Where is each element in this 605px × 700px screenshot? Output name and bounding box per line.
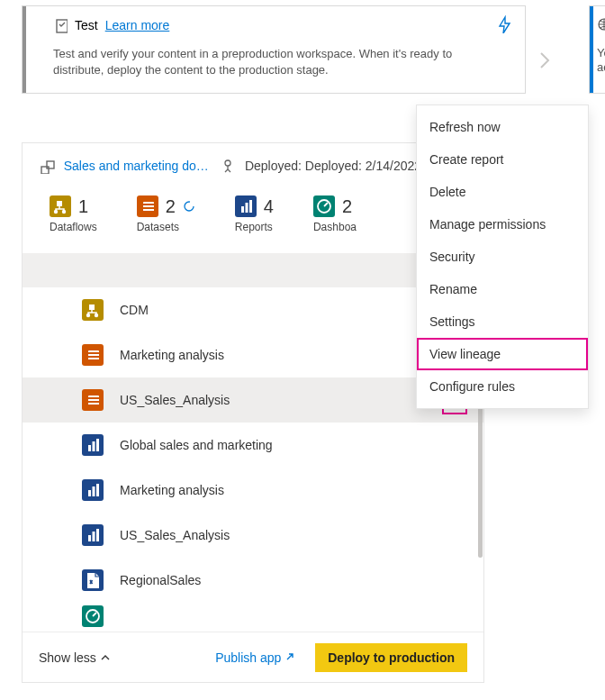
- workspace-card: Sales and marketing doc... Deployed: Dep…: [22, 142, 484, 683]
- flash-icon[interactable]: [496, 15, 512, 37]
- list-header-band: [23, 253, 483, 287]
- dataflow-icon: [50, 195, 71, 217]
- learn-more-link[interactable]: Learn more: [105, 18, 170, 32]
- stat-count: 1: [78, 196, 88, 217]
- stats-row: 1 Dataflows 2 Datasets 4 Reports 2 Da: [23, 174, 483, 241]
- list-item[interactable]: CDM: [23, 287, 483, 332]
- report-icon: [82, 524, 104, 546]
- excel-icon: [82, 569, 104, 591]
- panel-accent: [590, 6, 593, 93]
- list-item[interactable]: US_Sales_Analysis: [23, 513, 483, 558]
- context-menu: Refresh now Create report Delete Manage …: [416, 105, 589, 409]
- item-name: RegionalSales: [120, 573, 201, 587]
- item-name: Marketing analysis: [120, 483, 224, 497]
- banner-accent: [23, 6, 26, 93]
- menu-create-report[interactable]: Create report: [417, 143, 588, 176]
- dataset-icon: [137, 195, 158, 217]
- list-item[interactable]: Marketing analysis: [23, 468, 483, 513]
- stat-label: Datasets: [137, 221, 195, 233]
- test-icon: [53, 17, 68, 33]
- menu-configure-rules[interactable]: Configure rules: [417, 370, 588, 403]
- item-name: CDM: [120, 303, 149, 317]
- dashboard-icon: [313, 195, 335, 217]
- stat-dataflows[interactable]: 1 Dataflows: [50, 195, 97, 233]
- next-stage-panel: Yo ac: [589, 5, 605, 94]
- globe-icon: [597, 17, 605, 34]
- dataset-icon: [82, 344, 104, 366]
- stat-label: Dashboa: [313, 221, 357, 233]
- svg-point-13: [185, 202, 194, 211]
- artifact-list: CDM Marketing analysis US_Sales_Analysis…: [23, 287, 483, 630]
- publish-app-link[interactable]: Publish app: [215, 650, 295, 665]
- report-icon: [235, 195, 257, 217]
- card-footer: Show less Publish app Deploy to producti…: [23, 632, 483, 682]
- publish-label: Publish app: [215, 650, 281, 665]
- list-item[interactable]: [23, 603, 483, 630]
- menu-rename[interactable]: Rename: [417, 273, 588, 305]
- stat-count: 4: [264, 196, 274, 217]
- stat-label: Reports: [235, 221, 274, 233]
- list-item[interactable]: RegionalSales: [23, 558, 483, 603]
- panel-text-1: Yo: [597, 46, 605, 59]
- dataflow-icon: [82, 299, 104, 321]
- dashboard-icon: [82, 605, 104, 627]
- show-less-toggle[interactable]: Show less: [39, 650, 111, 665]
- stat-dashboards[interactable]: 2 Dashboa: [313, 195, 357, 233]
- item-name: US_Sales_Analysis: [120, 528, 230, 542]
- report-icon: [82, 479, 104, 501]
- deploy-button[interactable]: Deploy to production: [315, 643, 467, 672]
- stat-datasets[interactable]: 2 Datasets: [137, 195, 195, 233]
- banner-title: Test: [75, 18, 98, 32]
- item-name: Global sales and marketing: [120, 438, 273, 452]
- panel-text-2: ac: [597, 60, 605, 74]
- banner-body: Test and verify your content in a prepro…: [53, 46, 503, 78]
- menu-security[interactable]: Security: [417, 241, 588, 273]
- stat-count: 2: [166, 196, 176, 217]
- chevron-right-icon[interactable]: [538, 50, 551, 74]
- list-item[interactable]: US_Sales_Analysis: [23, 377, 483, 423]
- menu-manage-permissions[interactable]: Manage permissions: [417, 208, 588, 241]
- item-name: US_Sales_Analysis: [120, 393, 230, 407]
- list-item[interactable]: Global sales and marketing: [23, 423, 483, 468]
- external-link-icon: [284, 651, 295, 662]
- menu-settings[interactable]: Settings: [417, 305, 588, 338]
- dataset-icon: [82, 389, 104, 411]
- deployed-icon: [220, 158, 236, 174]
- stat-count: 2: [342, 196, 352, 217]
- show-less-label: Show less: [39, 650, 96, 665]
- chevron-up-icon: [100, 653, 111, 662]
- menu-view-lineage[interactable]: View lineage: [417, 338, 588, 370]
- workspace-title[interactable]: Sales and marketing doc...: [64, 159, 211, 173]
- stat-label: Dataflows: [50, 221, 97, 233]
- stat-reports[interactable]: 4 Reports: [235, 195, 274, 233]
- test-banner: Test Learn more Test and verify your con…: [22, 5, 526, 94]
- refresh-circle-icon: [183, 200, 195, 213]
- workspace-icon: [39, 158, 55, 174]
- menu-delete[interactable]: Delete: [417, 176, 588, 208]
- item-name: Marketing analysis: [120, 348, 224, 362]
- report-icon: [82, 434, 104, 456]
- menu-refresh-now[interactable]: Refresh now: [417, 111, 588, 143]
- list-item[interactable]: Marketing analysis: [23, 332, 483, 377]
